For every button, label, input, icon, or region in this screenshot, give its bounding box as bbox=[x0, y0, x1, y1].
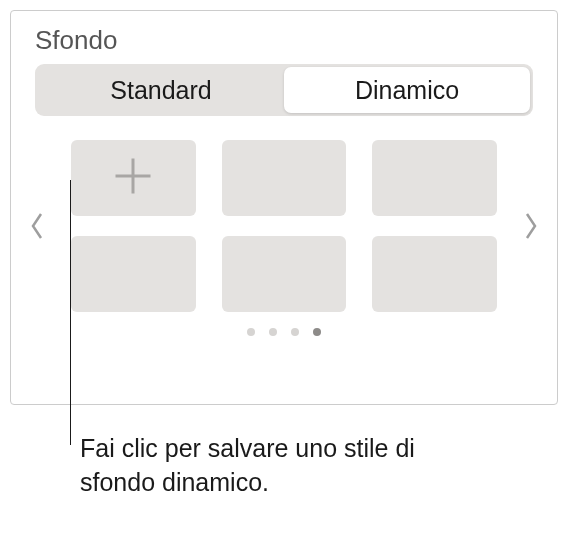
callout-text: Fai clic per salvare uno stile di sfondo… bbox=[80, 432, 420, 500]
chevron-left-icon[interactable] bbox=[19, 166, 55, 286]
preset-slot[interactable] bbox=[372, 140, 497, 216]
add-preset-button[interactable] bbox=[71, 140, 196, 216]
section-title: Sfondo bbox=[11, 25, 557, 56]
chevron-right-icon[interactable] bbox=[513, 166, 549, 286]
presets-carousel bbox=[11, 140, 557, 312]
page-dot-active[interactable] bbox=[313, 328, 321, 336]
callout-line bbox=[70, 180, 71, 445]
preset-slot[interactable] bbox=[222, 140, 347, 216]
page-dot[interactable] bbox=[291, 328, 299, 336]
page-dots bbox=[11, 328, 557, 336]
page-dot[interactable] bbox=[247, 328, 255, 336]
preset-slot[interactable] bbox=[222, 236, 347, 312]
preset-slot[interactable] bbox=[71, 236, 196, 312]
tab-dinamico[interactable]: Dinamico bbox=[284, 67, 530, 113]
presets-grid bbox=[55, 140, 513, 312]
tab-standard[interactable]: Standard bbox=[38, 67, 284, 113]
background-panel: Sfondo Standard Dinamico bbox=[10, 10, 558, 405]
page-dot[interactable] bbox=[269, 328, 277, 336]
preset-slot[interactable] bbox=[372, 236, 497, 312]
tab-segmented-control: Standard Dinamico bbox=[35, 64, 533, 116]
plus-icon bbox=[111, 154, 155, 202]
